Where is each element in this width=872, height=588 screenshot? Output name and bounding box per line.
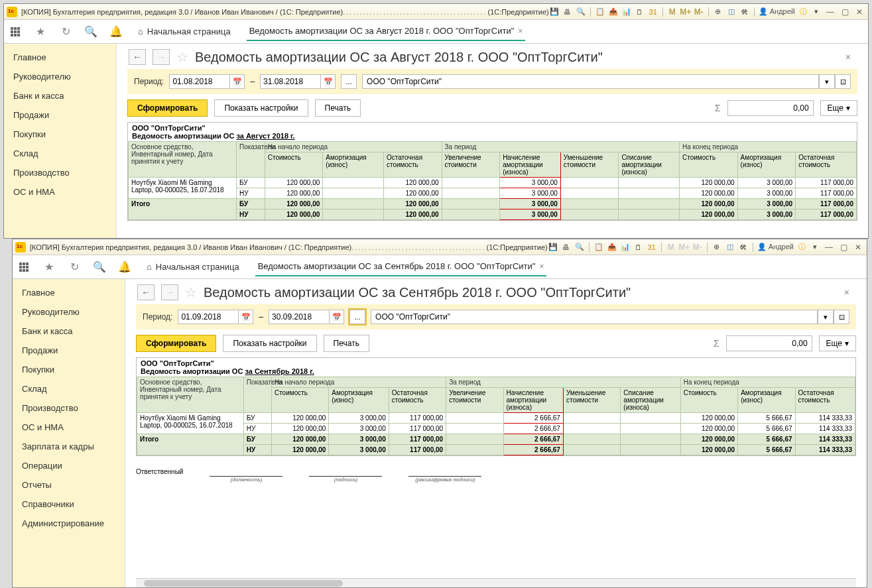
org-dropdown-icon[interactable]: ▾ bbox=[819, 74, 835, 89]
search-icon[interactable]: 🔍 bbox=[85, 26, 97, 38]
notifications-icon[interactable]: 🔔 bbox=[110, 26, 122, 38]
zoom-icon[interactable]: ⊕ bbox=[712, 242, 722, 253]
minimize-button[interactable]: — bbox=[824, 7, 836, 17]
more-button[interactable]: Еще ▾ bbox=[820, 100, 857, 116]
history-icon[interactable]: ↻ bbox=[68, 261, 80, 273]
form-button[interactable]: Сформировать bbox=[127, 99, 208, 117]
send-icon[interactable]: 📤 bbox=[608, 7, 619, 17]
sidebar-item-manager[interactable]: Руководителю bbox=[4, 67, 116, 86]
tools-icon[interactable]: 🛠 bbox=[738, 242, 749, 253]
tab-close-icon[interactable]: × bbox=[518, 27, 523, 36]
minimize-button[interactable]: — bbox=[823, 242, 835, 253]
m-plus-icon[interactable]: M+ bbox=[680, 7, 691, 17]
preview-icon[interactable]: 🔍 bbox=[574, 242, 585, 253]
calendar-to-icon[interactable]: 📅 bbox=[321, 74, 336, 89]
close-button[interactable]: ✕ bbox=[853, 7, 865, 17]
org-input[interactable]: ▾⊡ bbox=[371, 310, 849, 324]
compare-icon[interactable]: 📊 bbox=[621, 7, 632, 17]
sidebar-item-main[interactable]: Главное bbox=[4, 48, 116, 67]
user-label[interactable]: 👤 Андрей bbox=[759, 7, 795, 16]
sidebar-item-assets[interactable]: ОС и НМА bbox=[4, 182, 116, 202]
settings-button[interactable]: Показать настройки bbox=[223, 335, 316, 352]
page-close-icon[interactable]: × bbox=[845, 52, 856, 62]
clipboard-icon[interactable]: 📋 bbox=[593, 242, 604, 253]
star-icon[interactable]: ☆ bbox=[176, 49, 188, 65]
print-button[interactable]: Печать bbox=[324, 335, 369, 352]
calendar-to-icon[interactable]: 📅 bbox=[330, 310, 344, 324]
sum-input[interactable] bbox=[727, 100, 814, 116]
panels-icon[interactable]: ◫ bbox=[725, 242, 735, 253]
info-icon[interactable]: ⓘ bbox=[798, 7, 808, 17]
sidebar-item-reports[interactable]: Отчеты bbox=[13, 475, 125, 495]
settings-button[interactable]: Показать настройки bbox=[214, 99, 308, 117]
sidebar-item-production[interactable]: Производство bbox=[4, 163, 116, 182]
back-button[interactable]: ← bbox=[129, 49, 146, 65]
maximize-button[interactable]: ▢ bbox=[838, 242, 849, 253]
print-button[interactable]: Печать bbox=[315, 99, 361, 117]
sigma-icon[interactable]: Σ bbox=[715, 103, 721, 113]
sidebar-item-catalogs[interactable]: Справочники bbox=[13, 495, 125, 514]
tab-report[interactable]: Ведомость амортизации ОС за Август 2018 … bbox=[247, 22, 526, 41]
star-icon[interactable]: ☆ bbox=[185, 284, 197, 300]
back-button[interactable]: ← bbox=[137, 284, 155, 300]
sidebar-item-assets[interactable]: ОС и НМА bbox=[13, 418, 125, 437]
close-button[interactable]: ✕ bbox=[852, 242, 864, 253]
sidebar-item-sales[interactable]: Продажи bbox=[13, 341, 125, 360]
m-icon[interactable]: M bbox=[666, 242, 676, 253]
form-button[interactable]: Сформировать bbox=[136, 335, 216, 352]
m-minus-icon[interactable]: M- bbox=[694, 7, 704, 17]
sidebar-item-bank[interactable]: Банк и касса bbox=[13, 322, 125, 341]
sidebar-item-bank[interactable]: Банк и касса bbox=[4, 86, 116, 105]
favorites-icon[interactable]: ★ bbox=[43, 261, 55, 273]
sidebar-item-sales[interactable]: Продажи bbox=[4, 105, 116, 125]
date-to-input[interactable]: 📅 bbox=[260, 74, 336, 89]
sidebar-item-purchases[interactable]: Покупки bbox=[13, 360, 125, 379]
maximize-button[interactable]: ▢ bbox=[839, 7, 851, 17]
calendar-from-icon[interactable]: 📅 bbox=[230, 74, 245, 89]
search-icon[interactable]: 🔍 bbox=[93, 261, 105, 273]
sidebar-item-main[interactable]: Главное bbox=[13, 283, 125, 302]
favorites-icon[interactable]: ★ bbox=[34, 26, 46, 38]
date-to-input[interactable]: 📅 bbox=[269, 310, 344, 324]
sigma-icon[interactable]: Σ bbox=[714, 338, 719, 349]
dropdown-icon[interactable]: ▾ bbox=[811, 7, 822, 17]
info-icon[interactable]: ⓘ bbox=[796, 242, 807, 253]
org-input[interactable]: ▾⊡ bbox=[362, 74, 851, 89]
save-icon[interactable]: 💾 bbox=[548, 242, 558, 253]
zoom-icon[interactable]: ⊕ bbox=[713, 7, 723, 17]
calc-icon[interactable]: 🗒 bbox=[635, 7, 645, 17]
m-minus-icon[interactable]: M- bbox=[692, 242, 703, 253]
calendar-icon[interactable]: 31 bbox=[648, 7, 658, 17]
period-select-button[interactable]: ... bbox=[341, 74, 357, 89]
sidebar-item-admin[interactable]: Администрирование bbox=[13, 514, 125, 533]
print-icon[interactable]: 🖶 bbox=[562, 7, 573, 17]
tab-report[interactable]: Ведомость амортизации ОС за Сентябрь 201… bbox=[255, 257, 547, 276]
date-from-input[interactable]: 📅 bbox=[178, 310, 253, 324]
period-select-button[interactable]: ... bbox=[349, 310, 365, 324]
sidebar-item-purchases[interactable]: Покупки bbox=[4, 125, 116, 144]
save-icon[interactable]: 💾 bbox=[549, 7, 560, 17]
sidebar-item-operations[interactable]: Операции bbox=[13, 456, 125, 475]
forward-button[interactable]: → bbox=[161, 284, 178, 300]
h-scrollbar[interactable] bbox=[136, 578, 856, 587]
apps-icon[interactable] bbox=[18, 261, 30, 273]
notifications-icon[interactable]: 🔔 bbox=[119, 261, 131, 273]
user-label[interactable]: 👤 Андрей bbox=[757, 243, 794, 251]
m-icon[interactable]: M bbox=[667, 7, 678, 17]
page-close-icon[interactable]: × bbox=[844, 287, 855, 298]
sum-input[interactable] bbox=[726, 335, 812, 351]
more-button[interactable]: Еще ▾ bbox=[819, 335, 856, 351]
sidebar-item-salary[interactable]: Зарплата и кадры bbox=[13, 437, 125, 456]
compare-icon[interactable]: 📊 bbox=[620, 242, 631, 253]
tab-close-icon[interactable]: × bbox=[539, 262, 544, 271]
dropdown-icon[interactable]: ▾ bbox=[810, 242, 820, 253]
org-dropdown-icon[interactable]: ▾ bbox=[818, 310, 834, 324]
clipboard-icon[interactable]: 📋 bbox=[595, 7, 605, 17]
tools-icon[interactable]: 🛠 bbox=[739, 7, 750, 17]
tab-home[interactable]: ⌂Начальная страница bbox=[144, 258, 242, 276]
sidebar-item-warehouse[interactable]: Склад bbox=[13, 379, 125, 398]
calendar-icon[interactable]: 31 bbox=[647, 242, 657, 253]
sidebar-item-warehouse[interactable]: Склад bbox=[4, 144, 116, 163]
sidebar-item-manager[interactable]: Руководителю bbox=[13, 302, 125, 322]
org-open-icon[interactable]: ⊡ bbox=[835, 74, 851, 89]
